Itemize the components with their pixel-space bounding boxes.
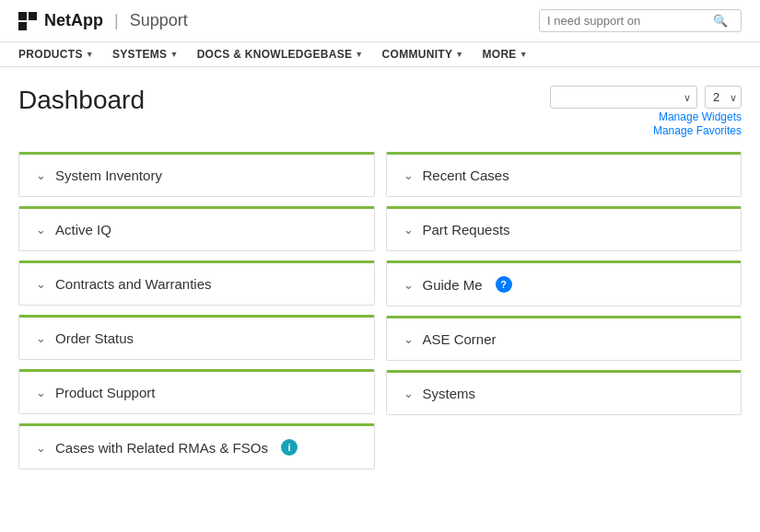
search-input[interactable] (547, 14, 713, 28)
chevron-down-icon: ▼ (520, 50, 528, 59)
widget-contracts-warranties[interactable]: ⌄ Contracts and Warranties (18, 260, 375, 306)
chevron-down-icon: ⌄ (403, 387, 414, 400)
nav-label-systems: SYSTEMS (112, 48, 167, 61)
chevron-down-icon: ▼ (170, 50, 178, 59)
widget-part-requests[interactable]: ⌄ Part Requests (386, 206, 742, 251)
widget-label: Systems (423, 386, 476, 401)
chevron-down-icon: ⌄ (403, 332, 414, 346)
main-content: Dashboard 2 1 3 Manage Widgets (0, 67, 760, 488)
nav-item-systems[interactable]: SYSTEMS ▼ (112, 48, 179, 61)
logo-separator: | (114, 11, 119, 30)
widget-label: Recent Cases (423, 168, 509, 183)
chevron-down-icon: ⌄ (36, 331, 46, 345)
widget-label: Active IQ (55, 222, 111, 237)
dashboard-header: Dashboard 2 1 3 Manage Widgets (18, 86, 742, 137)
chevron-down-icon: ⌄ (36, 386, 46, 399)
logo-netapp: NetApp (44, 11, 103, 30)
widget-ase-corner[interactable]: ⌄ ASE Corner (386, 316, 742, 361)
count-select[interactable]: 2 1 3 (705, 86, 742, 109)
search-icon: 🔍 (713, 14, 728, 28)
nav-bar: PRODUCTS ▼ SYSTEMS ▼ DOCS & KNOWLEDGEBAS… (0, 42, 760, 67)
widget-label: Contracts and Warranties (55, 276, 212, 292)
widget-grid: ⌄ System Inventory ⌄ Active IQ ⌄ Contrac… (18, 152, 742, 469)
count-wrapper[interactable]: 2 1 3 (705, 86, 742, 109)
nav-item-products[interactable]: PRODUCTS ▼ (18, 48, 94, 61)
widget-label: Guide Me (423, 277, 483, 293)
widget-label: Order Status (55, 330, 134, 346)
nav-label-more: MORE (482, 48, 516, 61)
chevron-down-icon: ⌄ (36, 223, 46, 237)
netapp-logo-icon (18, 12, 37, 30)
chevron-down-icon: ▼ (86, 50, 94, 59)
controls-row: 2 1 3 (550, 86, 742, 109)
nav-item-community[interactable]: COMMUNITY ▼ (382, 48, 464, 61)
chevron-down-icon: ▼ (355, 50, 363, 59)
widget-recent-cases[interactable]: ⌄ Recent Cases (386, 152, 742, 197)
manage-favorites-link[interactable]: Manage Favorites (653, 124, 742, 137)
chevron-down-icon: ⌄ (403, 223, 414, 237)
manage-links: Manage Widgets Manage Favorites (653, 110, 742, 137)
chevron-down-icon: ⌄ (403, 278, 414, 292)
logo-support-text: Support (130, 11, 188, 30)
page-title: Dashboard (18, 86, 145, 115)
chevron-down-icon: ⌄ (36, 441, 46, 455)
svg-rect-2 (18, 22, 27, 30)
widget-system-inventory[interactable]: ⌄ System Inventory (18, 152, 375, 197)
chevron-down-icon: ⌄ (36, 168, 46, 182)
nav-item-more[interactable]: MORE ▼ (482, 48, 527, 61)
info-badge[interactable]: i (281, 439, 298, 456)
logo-area: NetApp | Support (18, 11, 188, 30)
widget-label: Part Requests (423, 222, 510, 237)
top-bar: NetApp | Support 🔍 (0, 0, 760, 42)
nav-label-docs: DOCS & KNOWLEDGEBASE (197, 48, 353, 61)
nav-label-products: PRODUCTS (18, 48, 83, 61)
dropdown-wrapper[interactable] (550, 86, 697, 109)
widget-label: Product Support (55, 385, 155, 400)
nav-label-community: COMMUNITY (382, 48, 453, 61)
svg-rect-1 (29, 12, 37, 20)
widget-label: Cases with Related RMAs & FSOs (55, 440, 268, 456)
dashboard-controls: 2 1 3 Manage Widgets Manage Favorites (550, 86, 742, 137)
help-badge[interactable]: ? (496, 276, 512, 293)
left-column: ⌄ System Inventory ⌄ Active IQ ⌄ Contrac… (18, 152, 375, 469)
search-bar[interactable]: 🔍 (539, 9, 742, 32)
widget-cases-rmas-fsos[interactable]: ⌄ Cases with Related RMAs & FSOs i (18, 423, 375, 469)
widget-order-status[interactable]: ⌄ Order Status (18, 315, 375, 360)
widget-active-iq[interactable]: ⌄ Active IQ (18, 206, 375, 251)
widget-label: System Inventory (55, 168, 162, 183)
right-column: ⌄ Recent Cases ⌄ Part Requests ⌄ Guide M… (386, 152, 742, 469)
widget-systems[interactable]: ⌄ Systems (386, 370, 742, 415)
manage-widgets-link[interactable]: Manage Widgets (659, 110, 742, 123)
nav-item-docs[interactable]: DOCS & KNOWLEDGEBASE ▼ (197, 48, 364, 61)
widget-product-support[interactable]: ⌄ Product Support (18, 369, 375, 414)
dashboard-dropdown[interactable] (550, 86, 697, 109)
svg-rect-0 (18, 12, 27, 20)
widget-guide-me[interactable]: ⌄ Guide Me ? (386, 260, 742, 306)
chevron-down-icon: ▼ (455, 50, 463, 59)
chevron-down-icon: ⌄ (36, 277, 46, 291)
chevron-down-icon: ⌄ (403, 168, 414, 182)
widget-label: ASE Corner (423, 331, 497, 347)
